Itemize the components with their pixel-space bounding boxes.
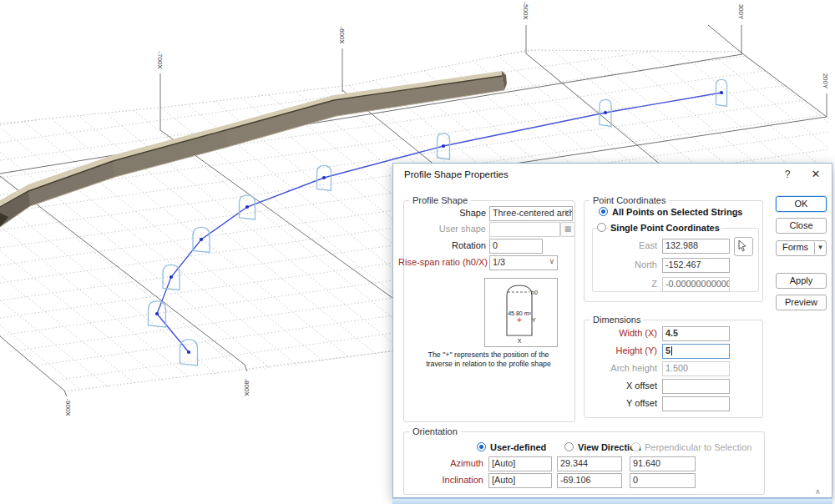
- traverse-point[interactable]: [187, 350, 190, 354]
- axis-label: 200Y: [822, 73, 829, 89]
- arch-height-field[interactable]: 1.500: [662, 361, 730, 376]
- traverse-point[interactable]: [170, 275, 173, 279]
- arch-height-label: Arch height: [590, 363, 657, 373]
- x-offset-label: X offset: [590, 381, 657, 391]
- radio-single-point[interactable]: [597, 223, 606, 232]
- radio-user-defined-label: User-defined: [490, 442, 546, 452]
- inclination-perp-field[interactable]: 0: [630, 473, 696, 488]
- forms-button-label[interactable]: Forms: [777, 241, 814, 255]
- apply-button[interactable]: Apply: [776, 273, 827, 289]
- user-shape-label: User shape: [410, 224, 486, 234]
- preview-traverse-cross: +: [517, 315, 522, 325]
- app-root: { "scene": { "axis_labels": [ {"text": "…: [0, 0, 835, 504]
- traverse-point[interactable]: [442, 144, 445, 148]
- chevron-down-icon[interactable]: ▼: [815, 241, 826, 255]
- text-caret: [671, 346, 672, 355]
- radio-all-points[interactable]: [599, 207, 608, 216]
- profile-preview-thumbnail: h0 45.80 m² + Y X: [484, 278, 558, 347]
- azimuth-perp-field[interactable]: 91.640: [630, 456, 696, 471]
- rotation-field[interactable]: 0: [489, 239, 543, 254]
- group-label: Orientation: [409, 426, 461, 436]
- north-label: North: [607, 260, 657, 270]
- cursor-pick-icon: [735, 238, 751, 254]
- traverse-point[interactable]: [322, 176, 326, 179]
- dialog-titlebar[interactable]: Profile Shape Properties: [393, 164, 832, 185]
- north-field[interactable]: -152.467: [662, 258, 730, 273]
- forms-split-button[interactable]: Forms ▼: [776, 240, 827, 256]
- preview-x-label: X: [518, 338, 522, 344]
- azimuth-label: Azimuth: [417, 458, 483, 468]
- caption-line2: traverse in relation to the profile shap…: [405, 360, 572, 369]
- azimuth-auto-field[interactable]: [Auto]: [488, 456, 552, 471]
- axis-label: -500X: [522, 2, 529, 20]
- axis-label: -800X: [243, 378, 250, 396]
- shape-label: Shape: [410, 208, 486, 218]
- dialog-bottom-strip: [392, 498, 832, 504]
- profile-shape-properties-dialog[interactable]: Profile Shape Properties ? ✕ Profile Sha…: [392, 163, 832, 498]
- radio-view-direction[interactable]: [564, 442, 574, 451]
- user-shape-field[interactable]: [489, 222, 560, 237]
- traverse-point[interactable]: [155, 312, 159, 315]
- dialog-title: Profile Shape Properties: [404, 169, 509, 179]
- group-label: Profile Shape: [409, 195, 471, 205]
- east-label: East: [607, 240, 657, 250]
- ok-button[interactable]: OK: [776, 196, 827, 212]
- rise-span-ratio-dropdown[interactable]: 1/3 ∨: [489, 255, 558, 270]
- z-label: Z: [607, 279, 657, 289]
- traverse-point[interactable]: [720, 91, 723, 94]
- y-offset-label: Y offset: [590, 398, 657, 408]
- caption-line1: The "+" represents the position of the: [405, 350, 572, 360]
- preview-caption: The "+" represents the position of the t…: [405, 350, 572, 368]
- radio-user-defined[interactable]: [477, 442, 486, 451]
- preview-y-label: Y: [532, 317, 536, 323]
- inclination-auto-field[interactable]: [Auto]: [488, 473, 552, 488]
- z-field[interactable]: -0.0000000000000: [662, 277, 730, 292]
- radio-perpendicular[interactable]: [631, 442, 640, 451]
- collapse-chevron-icon[interactable]: ∧: [815, 487, 821, 496]
- close-icon[interactable]: ✕: [807, 164, 825, 185]
- rise-span-ratio-label: Rise-span ratio (h0/X): [398, 257, 486, 267]
- group-label: Dimensions: [590, 315, 644, 325]
- width-field[interactable]: 4.5: [662, 326, 730, 341]
- axis-label: -900X: [64, 398, 72, 416]
- group-label: Point Coordinates: [590, 195, 669, 205]
- height-label: Height (Y): [590, 345, 657, 355]
- height-value: 5: [665, 345, 671, 355]
- axis-label: -700X: [156, 51, 164, 69]
- traverse-point[interactable]: [245, 205, 249, 209]
- rise-span-ratio-value: 1/3: [493, 257, 505, 267]
- height-field[interactable]: 5: [662, 344, 730, 359]
- radio-perpendicular-label: Perpendicular to Selection: [645, 442, 752, 452]
- inclination-label: Inclination: [417, 475, 483, 485]
- traverse-point[interactable]: [200, 238, 203, 241]
- user-shape-browse-button[interactable]: ▦: [560, 222, 575, 237]
- axis-label: -600X: [338, 26, 346, 44]
- rotation-label: Rotation: [410, 240, 486, 250]
- preview-button[interactable]: Preview: [776, 295, 827, 310]
- close-button[interactable]: Close: [776, 218, 827, 234]
- azimuth-view-field[interactable]: 29.344: [557, 456, 622, 471]
- traverse-point[interactable]: [604, 111, 607, 114]
- axis-label: 300Y: [737, 4, 745, 20]
- pick-point-button[interactable]: [734, 237, 753, 256]
- inclination-view-field[interactable]: -69.106: [557, 473, 622, 488]
- x-offset-field[interactable]: [662, 379, 730, 394]
- east-field[interactable]: 132.988: [662, 239, 730, 254]
- radio-single-point-label: Single Point Coordinates: [609, 223, 721, 233]
- shape-dropdown[interactable]: Three-centered arch ∨: [489, 206, 573, 221]
- width-label: Width (X): [590, 328, 657, 338]
- y-offset-field[interactable]: [662, 396, 730, 411]
- radio-all-points-label: All Points on Selected Strings: [612, 207, 742, 217]
- help-button[interactable]: ?: [778, 164, 797, 185]
- chevron-down-icon: ∨: [564, 208, 569, 216]
- preview-h0-label: h0: [531, 290, 538, 295]
- shape-value: Three-centered arch: [493, 208, 573, 218]
- chevron-down-icon: ∨: [549, 257, 554, 265]
